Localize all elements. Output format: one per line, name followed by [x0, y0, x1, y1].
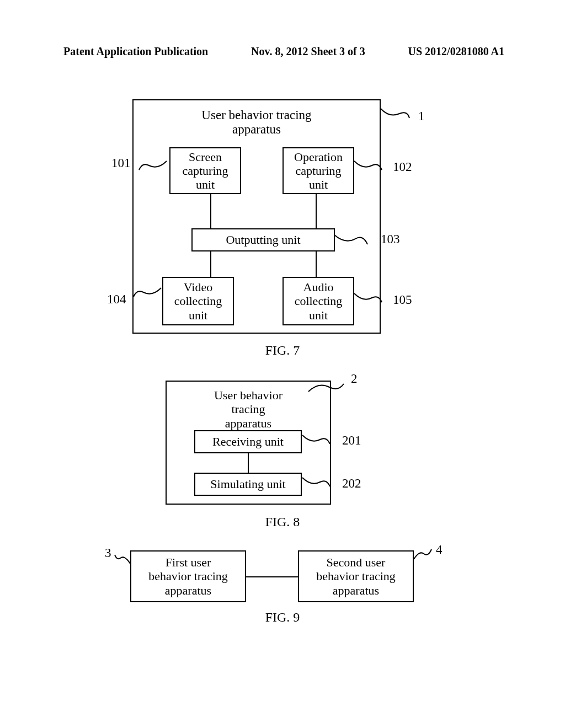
ref-4: 4: [436, 543, 443, 557]
leader-line: [352, 159, 384, 175]
fig8-title: User behavior tracingapparatus: [207, 388, 289, 430]
second-user-behavior-tracing-apparatus: Second userbehavior tracingapparatus: [298, 550, 414, 602]
ref-1: 1: [418, 109, 425, 124]
ref-101: 101: [111, 156, 131, 170]
connector: [316, 251, 317, 277]
ref-201: 201: [342, 433, 361, 448]
fig7-title: User behavior tracingapparatus: [201, 108, 311, 137]
figure-7: User behavior tracingapparatus Screencap…: [0, 99, 565, 364]
simulating-unit: Simulating unit: [194, 473, 302, 496]
fig7-caption: FIG. 7: [265, 343, 300, 358]
leader-line: [300, 433, 332, 448]
leader-line: [114, 552, 132, 565]
ref-2: 2: [351, 372, 358, 386]
connector: [246, 576, 298, 577]
leader-line: [352, 291, 384, 308]
audio-collecting-unit: Audiocollectingunit: [282, 277, 354, 325]
fig9-caption: FIG. 9: [265, 610, 300, 625]
operation-capturing-unit: Operationcapturingunit: [282, 147, 354, 194]
leader-line: [300, 475, 332, 491]
receiving-unit: Receiving unit: [194, 430, 302, 453]
ref-102: 102: [393, 160, 412, 174]
figure-8: User behavior tracingapparatus Receiving…: [0, 381, 565, 524]
connector: [210, 194, 211, 228]
publication-number: US 2012/0281080 A1: [408, 45, 504, 58]
outputting-unit: Outputting unit: [191, 228, 335, 251]
ref-103: 103: [381, 232, 400, 247]
connector: [316, 194, 317, 228]
ref-3: 3: [105, 546, 111, 560]
video-collecting-unit: Videocollectingunit: [162, 277, 234, 325]
connector: [210, 251, 211, 277]
fig8-caption: FIG. 8: [265, 515, 300, 529]
screen-capturing-unit: Screencapturingunit: [169, 147, 241, 194]
figure-9: First userbehavior tracingapparatus Seco…: [0, 550, 565, 622]
leader-line: [131, 286, 163, 302]
fig7-container: User behavior tracingapparatus Screencap…: [132, 99, 381, 334]
ref-202: 202: [342, 477, 361, 491]
page-header: Patent Application Publication Nov. 8, 2…: [0, 45, 565, 58]
leader-line: [413, 547, 433, 560]
leader-line: [332, 232, 371, 249]
ref-105: 105: [393, 293, 412, 307]
leader-line: [306, 379, 346, 395]
leader-line: [380, 106, 413, 122]
leader-line: [137, 159, 169, 175]
connector: [248, 453, 249, 473]
date-sheet: Nov. 8, 2012 Sheet 3 of 3: [251, 45, 365, 58]
publication-type: Patent Application Publication: [63, 45, 208, 58]
first-user-behavior-tracing-apparatus: First userbehavior tracingapparatus: [130, 550, 246, 602]
ref-104: 104: [107, 292, 126, 307]
